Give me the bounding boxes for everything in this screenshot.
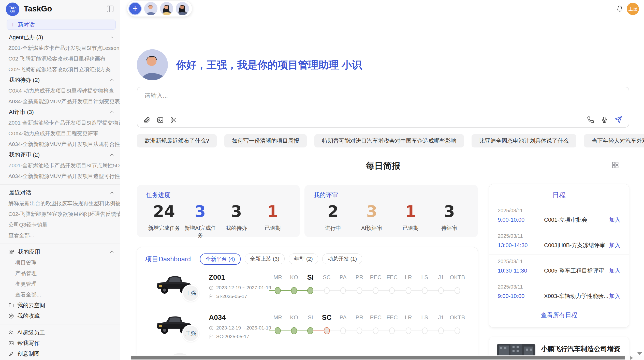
stat-cell: 24新增完成任务 [146,202,182,239]
sidebar-task-item[interactable]: Z001-全新燃油轻卡产品开发项目SI节点属性5D文件评审 [0,160,120,171]
user-avatar[interactable]: 王强 [627,3,639,15]
stat-cell: 1已逾期 [255,202,291,239]
milestone-dot [438,287,444,294]
sidebar-link-star[interactable]: 我的收藏 [0,311,120,321]
sidebar: Task Go TaskGo + 新对话 Agent已办 (3)Z001-全新燃… [0,0,120,360]
layout-grid-icon[interactable] [611,161,619,169]
suggestion-chip[interactable]: 当下年轻人对汽车外观有怎样的喜好趋势 [584,134,644,147]
new-chat-button[interactable]: + 新对话 [7,20,116,30]
chevron-up-icon [110,78,114,82]
milestone-dot [307,327,313,334]
sidebar-divider [0,324,120,324]
suggestion-chip[interactable]: 如何写一份清晰的项目周报 [224,134,307,147]
stat-cell: 1已逾期 [391,202,430,232]
person-illustration [137,49,168,80]
horizontal-scrollbar-thumb[interactable] [131,356,625,359]
sidebar-collapse-icon[interactable] [107,6,113,12]
notification-bell-icon[interactable] [616,5,623,12]
scroll-right-arrow[interactable] [630,356,633,360]
sidebar-task-item[interactable]: C02-飞腾新能源轻客改款项目立项汇报方案 [0,64,120,75]
scissors-icon[interactable] [170,116,177,124]
sidebar-task-item[interactable]: A034-全新新能源MUV产品开发项目法规符合性评审 [0,139,120,149]
suggestion-chip[interactable]: 欧洲新规最近颁布了什么? [137,134,217,147]
chevron-up-icon [110,153,114,157]
dashboard-tab[interactable]: 年型 (2) [289,253,318,264]
sidebar-task-item[interactable]: C02-飞腾新能源轻客改款项目里程碑画布 [0,53,120,64]
suggestion-chip[interactable]: 特朗普可能对进口汽车增税会对中国车企造成哪些影响 [314,134,464,147]
scroll-down-arrow[interactable] [637,352,642,355]
sidebar-task-item[interactable]: C0X4-动力总成开发项目工程变更评审 [0,128,120,139]
stat-value: 3 [218,202,255,221]
microphone-icon[interactable] [601,116,608,123]
sidebar-recent-more[interactable]: 查看全部... [0,230,120,241]
sidebar-link-folder[interactable]: 我的云空间 [0,300,120,311]
schedule-item-row: 9:00-10:00X003-车辆动力学性能验...加入 [498,292,620,300]
schedule-time: 9:00-10:00 [498,217,536,223]
agent-avatar[interactable] [144,2,157,15]
sidebar-task-item[interactable]: A034-全新新能源MUV产品开发项目造型可行性评审 [0,171,120,182]
schedule-date: 2025/03/11 [498,233,620,239]
stat-value: 1 [391,202,430,221]
sidebar-section-header[interactable]: AI评审 (3) [0,107,120,117]
schedule-date: 2025/03/11 [498,259,620,264]
sidebar-app-item[interactable]: 产品管理 [0,268,120,279]
sidebar-tool-item[interactable]: AI超级员工 [0,327,120,338]
milestone-dot [340,287,346,294]
sidebar-section-header[interactable]: 我的待办 (2) [0,75,120,85]
join-meeting-link[interactable]: 加入 [609,267,620,275]
dashboard-tab[interactable]: 全新平台 (4) [200,253,241,265]
sidebar-recent-item[interactable]: C02-飞腾新能源轻客改款项目的闭环通告反馈情况 [0,209,120,219]
stat-cell: 3待评审 [430,202,469,232]
schedule-item: 2025/03/119:00-10:00X003-车辆动力学性能验...加入 [489,280,629,305]
sidebar-recent-item[interactable]: 公司Q3轻卡销量 [0,219,120,230]
sidebar-apps-more[interactable]: 查看全部... [0,289,120,300]
join-meeting-link[interactable]: 加入 [609,216,620,224]
sidebar-app-item[interactable]: 变更管理 [0,279,120,289]
sidebar-task-item[interactable]: Z001-全新燃油轻卡产品开发项目SI造型提交物评审 [0,117,120,128]
schedule-item: 2025/03/1110:30-11:30C005-整车工程目标评审加入 [489,254,629,280]
composer-attachments [143,116,177,124]
stat-value: 3 [353,202,391,221]
stat-label: AI预评审 [353,224,391,232]
send-icon[interactable] [614,116,622,124]
voice-call-icon[interactable] [587,116,594,123]
flag-icon [209,294,214,299]
project-owner-avatar: 王强 [182,284,199,302]
add-agent-button[interactable]: + [128,2,142,15]
sidebar-section-header[interactable]: 我的评审 (2) [0,149,120,160]
sidebar-task-item[interactable]: C0X4-动力总成开发项目SI里程碑提交物检查 [0,85,120,96]
dashboard-tab[interactable]: 动总开发 (1) [322,253,362,264]
message-input[interactable] [144,92,526,99]
schedule-item-row: 10:30-11:30C005-整车工程目标评审加入 [498,267,620,275]
stat-value: 2 [314,202,353,221]
image-icon [8,340,14,346]
sidebar-section-header[interactable]: Agent已办 (3) [0,32,120,43]
suggestion-chip[interactable]: 比亚迪全固态电池计划具体说了什么 [472,134,576,147]
schedule-time: 13:00-14:30 [498,242,536,249]
milestone-dot [275,287,281,294]
join-meeting-link[interactable]: 加入 [609,292,620,300]
insert-image-icon[interactable] [157,116,164,124]
milestone-dot [406,287,411,294]
sidebar-link-label: 我的云空间 [17,302,45,309]
view-all-schedule-link[interactable]: 查看所有日程 [489,311,629,319]
milestone-dot [455,287,460,294]
chevron-up-icon [110,35,114,40]
attach-file-icon[interactable] [143,116,151,124]
dashboard-tab[interactable]: 全新上装 (3) [245,253,285,264]
sidebar-app-item[interactable]: 项目管理 [0,257,120,268]
join-meeting-link[interactable]: 加入 [609,242,620,249]
sidebar-apps-header[interactable]: 我的应用 [0,247,120,257]
milestone-dot [291,287,297,294]
flag-icon [209,334,214,339]
agent-avatar[interactable] [176,2,189,15]
sidebar-task-item[interactable]: A034-全新新能源MUV产品开发项目计划变更表编写 [0,96,120,107]
sidebar-recent-header[interactable]: 最近对话 [0,187,120,198]
sidebar-tool-item[interactable]: 创意制图 [0,349,120,359]
sidebar-task-item[interactable]: Z001-全新燃油皮卡产品开发项目SI节点Lesson Learn报告 [0,43,120,53]
agent-avatar[interactable] [160,2,173,15]
sidebar-tool-item[interactable]: 帮我写作 [0,338,120,349]
sidebar-recent-item[interactable]: 解释最新出台的欧盟报废车法规再生塑料比例被调至15%... [0,198,120,209]
apps-grid-icon [9,249,14,255]
stat-cell: 3我的待办 [218,202,255,239]
